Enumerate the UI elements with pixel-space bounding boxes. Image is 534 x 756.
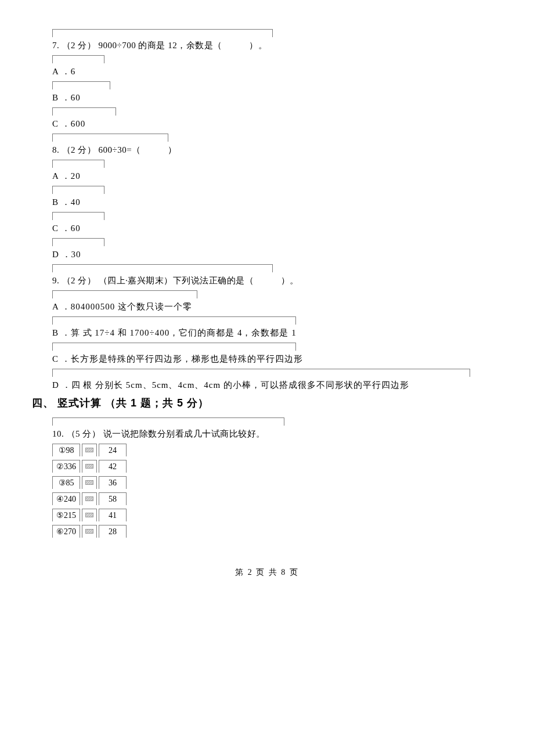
sub-left: ①98 xyxy=(52,444,80,456)
section-4-title: 四、 竖式计算 （共 1 题；共 5 分） xyxy=(32,396,502,411)
option-text: C ．60 xyxy=(52,221,502,235)
sub-right: 36 xyxy=(99,476,127,489)
option-c: C ．600 xyxy=(52,107,502,130)
question-text: 8. （2 分） 600÷30=（ ） xyxy=(52,143,502,156)
sub-left: ②336 xyxy=(52,460,80,473)
sub-right: 28 xyxy=(99,525,127,538)
box-rule xyxy=(52,29,273,37)
sub-right: 42 xyxy=(99,460,127,473)
option-text: A ．20 xyxy=(52,169,502,182)
q7-options: A ．6 B ．60 C ．600 xyxy=(52,55,502,130)
option-c: C ．长方形是特殊的平行四边形，梯形也是特殊的平行四边形 xyxy=(52,343,502,365)
box-rule xyxy=(52,290,197,298)
option-text: C ．600 xyxy=(52,117,502,130)
box-rule xyxy=(52,264,273,272)
box-rule xyxy=(52,55,104,63)
box-rule xyxy=(52,186,104,194)
question-9: 9. （2 分） （四上·嘉兴期末）下列说法正确的是（ ）。 xyxy=(52,264,502,287)
option-text: C ．长方形是特殊的平行四边形，梯形也是特殊的平行四边形 xyxy=(52,352,502,365)
option-text: A ．804000500 这个数只读一个零 xyxy=(52,300,502,313)
sub-expression: ④24058 xyxy=(52,492,502,505)
sub-right: 58 xyxy=(99,492,127,505)
sub-expression: ⑤21541 xyxy=(52,509,502,521)
option-b: B ．60 xyxy=(52,81,502,104)
option-text: D ．30 xyxy=(52,247,502,261)
question-7: 7. （2 分） 9000÷700 的商是 12，余数是（ ）。 xyxy=(52,29,502,52)
box-rule xyxy=(52,238,104,246)
option-a: A ．20 xyxy=(52,160,502,182)
option-b: B ．40 xyxy=(52,186,502,208)
sub-expression: ③8536 xyxy=(52,476,502,489)
question-text: 10. （5 分） 说一说把除数分别看成几十试商比较好。 xyxy=(52,427,502,440)
option-b: B ．算 式 17÷4 和 1700÷400，它们的商都是 4，余数都是 1 xyxy=(52,316,502,339)
sub-left: ③85 xyxy=(52,476,80,489)
option-text: B ．60 xyxy=(52,91,502,104)
question-text: 7. （2 分） 9000÷700 的商是 12，余数是（ ）。 xyxy=(52,38,502,52)
q8-options: A ．20 B ．40 C ．60 D ．30 xyxy=(52,160,502,261)
division-image-icon xyxy=(82,525,97,538)
sub-expression: ②33642 xyxy=(52,460,502,473)
division-image-icon xyxy=(82,476,97,489)
sub-right: 41 xyxy=(99,509,127,521)
sub-right: 24 xyxy=(99,444,127,456)
division-image-icon xyxy=(82,509,97,521)
box-rule xyxy=(52,212,104,220)
question-text: 9. （2 分） （四上·嘉兴期末）下列说法正确的是（ ）。 xyxy=(52,273,502,287)
box-rule xyxy=(52,107,116,116)
sub-expression: ①9824 xyxy=(52,444,502,456)
option-a: A ．804000500 这个数只读一个零 xyxy=(52,290,502,313)
option-a: A ．6 xyxy=(52,55,502,78)
option-d: D ．四 根 分别长 5cm、5cm、4cm、4cm 的小棒，可以搭成很多不同形… xyxy=(52,369,502,391)
sub-left: ⑤215 xyxy=(52,509,80,521)
page-footer: 第 2 页 共 8 页 xyxy=(32,567,502,578)
sub-expression: ⑥27028 xyxy=(52,525,502,538)
option-text: B ．40 xyxy=(52,195,502,208)
division-image-icon xyxy=(82,492,97,505)
option-text: A ．6 xyxy=(52,64,502,78)
division-image-icon xyxy=(82,444,97,456)
division-image-icon xyxy=(82,460,97,473)
sub-left: ④240 xyxy=(52,492,80,505)
option-c: C ．60 xyxy=(52,212,502,235)
box-rule xyxy=(52,369,470,377)
option-text: B ．算 式 17÷4 和 1700÷400，它们的商都是 4，余数都是 1 xyxy=(52,326,502,339)
box-rule xyxy=(52,417,284,426)
sub-left: ⑥270 xyxy=(52,525,80,538)
option-d: D ．30 xyxy=(52,238,502,261)
box-rule xyxy=(52,160,104,168)
box-rule xyxy=(52,134,168,142)
box-rule xyxy=(52,343,296,351)
q9-options: A ．804000500 这个数只读一个零 B ．算 式 17÷4 和 1700… xyxy=(52,290,502,391)
box-rule xyxy=(52,81,110,89)
option-text: D ．四 根 分别长 5cm、5cm、4cm、4cm 的小棒，可以搭成很多不同形… xyxy=(52,378,502,391)
question-10: 10. （5 分） 说一说把除数分别看成几十试商比较好。 xyxy=(52,417,502,440)
question-8: 8. （2 分） 600÷30=（ ） xyxy=(52,134,502,156)
box-rule xyxy=(52,316,296,325)
q10-sub-items: ①9824②33642③8536④24058⑤21541⑥27028 xyxy=(52,444,502,538)
